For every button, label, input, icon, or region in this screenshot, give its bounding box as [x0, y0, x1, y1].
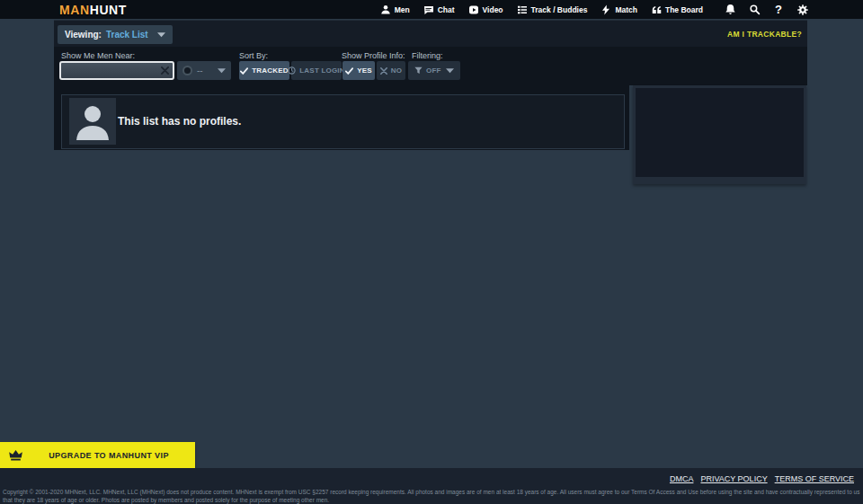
footer: DMCA PRIVACY POLICY TERMS OF SERVICE Cop… [0, 468, 863, 504]
dmca-link[interactable]: DMCA [670, 474, 694, 483]
profile-info-yes-button[interactable]: YES [343, 61, 375, 80]
viewing-value: Track List [106, 30, 148, 40]
upgrade-vip-label: UPGRADE TO MANHUNT VIP [22, 451, 195, 460]
check-icon [345, 67, 353, 75]
logo-text-man: MAN [59, 3, 90, 17]
clock-icon [288, 66, 296, 75]
sort-tracked-label: TRACKED [252, 66, 289, 75]
location-circle-icon [182, 66, 192, 75]
the-board-icon [651, 4, 662, 15]
privacy-policy-link[interactable]: PRIVACY POLICY [700, 474, 767, 483]
nav-item-match[interactable]: Match [601, 4, 637, 15]
side-panel [633, 85, 806, 184]
toolbar: Viewing: Track List AM I TRACKABLE? [54, 20, 807, 47]
copyright-text: Copyright © 2001-2020 MHNext, LLC. MHNex… [3, 488, 860, 504]
profile-info-no-button[interactable]: NO [377, 61, 405, 80]
nav-label: Video [483, 5, 503, 14]
sort-tracked-button[interactable]: TRACKED [239, 61, 289, 80]
sort-last-login-label: LAST LOGIN [299, 66, 344, 75]
nav-label: Track / Buddies [531, 5, 588, 14]
location-search-input[interactable] [65, 66, 161, 75]
avatar-placeholder-icon [69, 98, 116, 145]
filtering-label: Filtering: [412, 51, 443, 60]
nav-item-men[interactable]: Men [380, 4, 410, 15]
top-nav: Men Chat Video Track / Buddies Match [380, 4, 809, 16]
nav-label: Men [395, 5, 410, 14]
clear-input-icon[interactable] [161, 66, 169, 75]
filter-funnel-icon [414, 66, 423, 75]
viewing-label: Viewing: [65, 30, 102, 40]
nav-item-track-buddies[interactable]: Track / Buddies [517, 4, 588, 15]
nav-label: Match [615, 5, 637, 14]
viewing-select[interactable]: Viewing: Track List [58, 25, 173, 44]
show-me-men-near-label: Show Me Men Near: [61, 51, 135, 60]
chevron-down-icon [218, 68, 226, 74]
help-glyph: ? [775, 4, 782, 15]
location-select-value: -- [197, 66, 203, 75]
chevron-down-icon [157, 32, 165, 38]
crown-icon [9, 448, 22, 462]
logo-text-hunt: HUNT [90, 3, 127, 17]
footer-links: DMCA PRIVACY POLICY TERMS OF SERVICE [670, 474, 854, 483]
nav-label: The Board [665, 5, 703, 14]
track-buddies-icon [517, 4, 528, 15]
chevron-down-icon [446, 68, 454, 74]
upgrade-vip-button[interactable]: UPGRADE TO MANHUNT VIP [0, 442, 195, 468]
am-i-trackable-link[interactable]: AM I TRACKABLE? [727, 30, 802, 39]
manhunt-logo[interactable]: MANHUNT [59, 3, 127, 17]
nav-item-chat[interactable]: Chat [423, 4, 455, 15]
men-icon [380, 4, 391, 15]
filtering-select-value: OFF [426, 66, 441, 75]
top-bar: MANHUNT Men Chat Video Track / Buddies [0, 0, 863, 19]
show-profile-info-label: Show Profile Info: [342, 51, 405, 60]
filter-bar: Show Me Men Near: Sort By: Show Profile … [54, 47, 807, 85]
search-icon[interactable] [748, 4, 761, 16]
empty-list-box: This list has no profiles. [61, 94, 625, 149]
video-icon [468, 4, 479, 15]
profile-info-no-label: NO [391, 66, 402, 75]
nav-item-video[interactable]: Video [468, 4, 503, 15]
empty-list-message: This list has no profiles. [118, 115, 241, 128]
match-icon [601, 4, 611, 15]
side-panel-content [636, 88, 804, 177]
help-icon[interactable]: ? [772, 4, 785, 16]
bell-icon[interactable] [724, 4, 736, 16]
location-search-field [59, 61, 174, 80]
filtering-select[interactable]: OFF [408, 61, 460, 80]
x-icon [380, 67, 387, 75]
location-select[interactable]: -- [177, 61, 231, 80]
nav-item-the-board[interactable]: The Board [651, 4, 703, 15]
nav-label: Chat [438, 5, 455, 14]
check-icon [240, 67, 248, 75]
sort-last-login-button[interactable]: LAST LOGIN [291, 61, 342, 80]
terms-of-service-link[interactable]: TERMS OF SERVICE [775, 474, 854, 483]
top-icon-bar: ? [724, 4, 809, 16]
settings-gear-icon[interactable] [796, 4, 809, 16]
sort-by-label: Sort By: [239, 51, 268, 60]
profile-info-yes-label: YES [357, 66, 372, 75]
chat-icon [423, 4, 434, 15]
track-list-panel: This list has no profiles. [54, 85, 629, 150]
